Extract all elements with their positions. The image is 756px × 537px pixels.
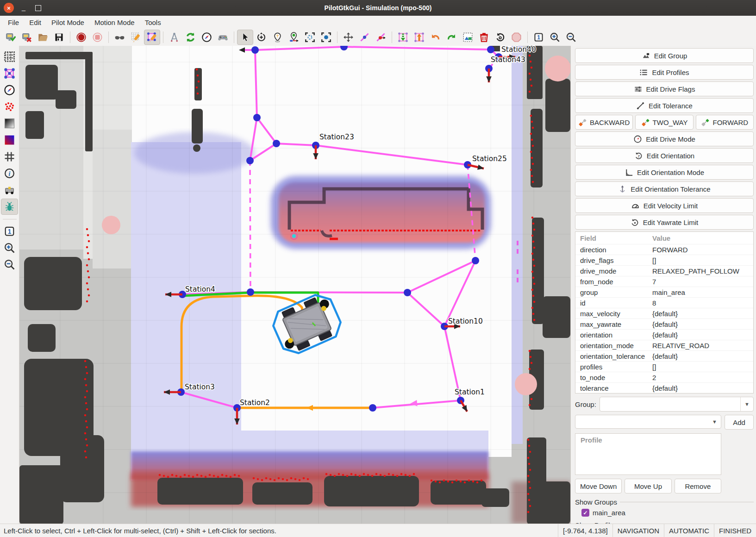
edit-group-button[interactable]: Edit Group <box>575 48 754 63</box>
edge-directed-button[interactable] <box>373 30 389 45</box>
maximize-button[interactable] <box>35 5 41 11</box>
export-image-button[interactable] <box>460 30 476 45</box>
edit-graph-button[interactable] <box>144 30 160 45</box>
show-scan-button[interactable] <box>1 99 18 115</box>
pin-place-button[interactable] <box>286 30 302 45</box>
remove-button[interactable]: Remove <box>675 479 721 493</box>
show-bug-button[interactable] <box>1 199 18 215</box>
forward-button[interactable]: FORWARD <box>696 115 754 130</box>
table-row[interactable]: from_node7 <box>575 276 753 287</box>
chevron-down-icon[interactable]: ▼ <box>740 397 753 411</box>
undo-button[interactable] <box>427 30 444 45</box>
graph-node[interactable] <box>253 114 261 121</box>
graph-node[interactable] <box>369 404 376 412</box>
table-row[interactable]: profiles[] <box>575 361 753 372</box>
net-disconnect-button[interactable] <box>19 30 35 45</box>
record-stop-button[interactable] <box>89 30 106 45</box>
import-graph-button[interactable] <box>395 30 411 45</box>
menu-motion-mode[interactable]: Motion Mode <box>89 17 140 28</box>
table-row[interactable]: orientation_tolerance{default} <box>575 350 753 361</box>
table-row[interactable]: to_node2 <box>575 372 753 382</box>
table-row[interactable]: drive_flags[] <box>575 255 753 265</box>
menu-pilot-mode[interactable]: Pilot Mode <box>46 17 89 28</box>
edit-profiles-button[interactable]: Edit Profiles <box>575 65 754 80</box>
zoom-in-button[interactable] <box>547 30 563 45</box>
menu-file[interactable]: File <box>3 17 24 28</box>
table-row[interactable]: drive_modeRELAXED_PATH_FOLLOW <box>575 265 753 276</box>
station-label-station4[interactable]: Station4 <box>185 285 215 293</box>
measure-button[interactable] <box>166 30 182 45</box>
record-button[interactable] <box>73 30 89 45</box>
table-row[interactable]: id8 <box>575 297 753 308</box>
zoom-out-button[interactable] <box>1 256 18 273</box>
table-row[interactable]: max_yawrate{default} <box>575 318 753 329</box>
group-combobox[interactable]: ▼ <box>600 397 754 412</box>
two_way-button[interactable]: TWO_WAY <box>635 115 693 130</box>
edit-tolerance-button[interactable]: Edit Tolerance <box>575 98 754 113</box>
cursor-button[interactable] <box>237 30 253 45</box>
show-grayscale-button[interactable] <box>1 115 18 131</box>
move-arrows-button[interactable] <box>340 30 356 45</box>
edit-drive-mode-button[interactable]: Edit Drive Mode <box>575 131 754 146</box>
refresh-button[interactable] <box>182 30 199 45</box>
table-row[interactable]: directionFORWARD <box>575 244 753 255</box>
graph-node[interactable] <box>487 46 494 53</box>
table-row[interactable]: max_velocity{default} <box>575 308 753 318</box>
graph-node[interactable] <box>247 288 254 296</box>
save-button[interactable] <box>51 30 67 45</box>
edit-orientation-mode-button[interactable]: Edit Orientation Mode <box>575 165 754 180</box>
show-robot-button[interactable] <box>1 182 18 198</box>
add-button[interactable]: Add <box>725 415 754 430</box>
graph-node[interactable] <box>273 140 280 147</box>
net-connect-button[interactable] <box>2 30 19 45</box>
profile-combobox[interactable]: ▼ <box>575 415 721 429</box>
trash-button[interactable] <box>476 30 492 45</box>
edit-orientation-button[interactable]: zEdit Orientation <box>575 148 754 163</box>
reset-view-button[interactable] <box>492 30 508 45</box>
stop-sign-button[interactable] <box>508 30 525 45</box>
station-label-station43[interactable]: Station43 <box>491 56 525 64</box>
show-info-button[interactable]: i <box>1 165 18 181</box>
redo-button[interactable] <box>444 30 460 45</box>
station-label-station25[interactable]: Station25 <box>472 155 507 163</box>
close-button[interactable]: × <box>4 3 14 13</box>
edit-velocity-limit-button[interactable]: Edit Velocity Limit <box>575 198 754 213</box>
export-graph-button[interactable] <box>411 30 427 45</box>
show-graph-button[interactable] <box>1 65 18 81</box>
center-dashed-button[interactable] <box>302 30 318 45</box>
move-down-button[interactable]: Move Down <box>575 479 622 493</box>
map-canvas[interactable]: Station40Station43Station23Station25Stat… <box>19 46 570 524</box>
menu-edit[interactable]: Edit <box>24 17 46 28</box>
edit-yawrate-limit-button[interactable]: Edit Yawrate Limit <box>575 215 754 230</box>
pin-question-button[interactable]: ? <box>269 30 286 45</box>
station-label-station3[interactable]: Station3 <box>185 383 215 391</box>
station-label-station10[interactable]: Station10 <box>448 317 483 325</box>
gamepad-button[interactable] <box>215 30 231 45</box>
open-folder-button[interactable] <box>35 30 51 45</box>
graph-node[interactable] <box>246 157 254 164</box>
minimize-button[interactable]: – <box>19 0 29 14</box>
move-up-button[interactable]: Move Up <box>625 479 671 493</box>
edge-line-button[interactable] <box>356 30 373 45</box>
show-grid-button[interactable] <box>1 149 18 165</box>
zoom-one-button[interactable]: 1 <box>1 223 18 239</box>
glasses-button[interactable] <box>112 30 128 45</box>
edit-orientation-tolerance-button[interactable]: Edit Orientation Tolerance <box>575 181 754 196</box>
table-row[interactable]: groupmain_area <box>575 287 753 297</box>
table-row[interactable]: tolerance{default} <box>575 382 753 393</box>
show-costmap-button[interactable] <box>1 132 18 148</box>
station-label-station1[interactable]: Station1 <box>455 388 485 396</box>
graph-node[interactable] <box>251 46 259 54</box>
zoom-one-button[interactable]: 1 <box>531 30 547 45</box>
table-row[interactable]: orientation_modeRELATIVE_ROAD <box>575 340 753 350</box>
compass-button[interactable] <box>199 30 215 45</box>
table-row[interactable]: orientation{default} <box>575 329 753 340</box>
show-map-button[interactable] <box>1 49 18 65</box>
graph-node[interactable] <box>472 257 479 264</box>
show-compass-button[interactable] <box>1 82 18 98</box>
field-value-table[interactable]: FieldValuedirectionFORWARDdrive_flags[]d… <box>575 231 754 393</box>
station-label-station40[interactable]: Station40 <box>501 46 536 54</box>
backward-button[interactable]: BACKWARD <box>575 115 633 130</box>
zoom-out-button[interactable] <box>563 30 579 45</box>
station-label-station23[interactable]: Station23 <box>319 133 354 141</box>
